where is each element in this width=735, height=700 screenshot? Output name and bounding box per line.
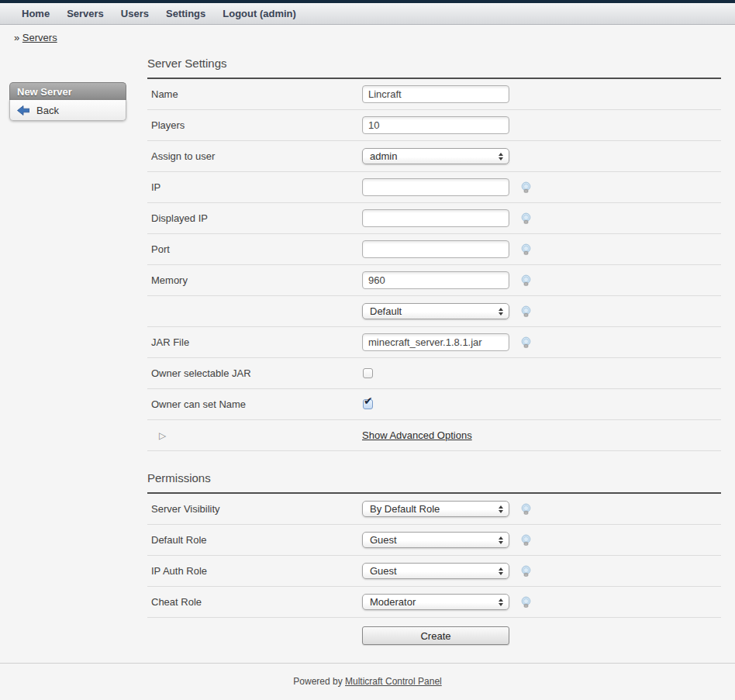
jar-file-input[interactable] — [362, 333, 509, 351]
select-value: Guest — [370, 565, 397, 577]
sidebar-back-button[interactable]: Back — [9, 100, 126, 121]
create-row: Create — [147, 618, 721, 653]
help-bulb-icon[interactable] — [520, 274, 532, 287]
help-bulb-icon[interactable] — [520, 534, 532, 547]
back-arrow-icon — [17, 105, 29, 116]
nav-item-logout[interactable]: Logout (admin) — [223, 8, 296, 19]
nav-item-home[interactable]: Home — [22, 8, 50, 19]
field-label: Cheat Role — [147, 596, 362, 608]
help-bulb-icon[interactable] — [520, 336, 532, 349]
help-bulb-icon[interactable] — [520, 565, 532, 578]
field-label: Default Role — [147, 534, 362, 546]
main-content: Server Settings Name Players Assign to u… — [147, 57, 721, 653]
default-role-row: Default Role Guest — [147, 525, 721, 556]
assign-to-user-select[interactable]: admin — [362, 148, 509, 164]
memory-default-select[interactable]: Default — [362, 303, 509, 319]
server-visibility-select[interactable]: By Default Role — [362, 501, 509, 517]
ip-auth-role-select[interactable]: Guest — [362, 563, 509, 579]
create-button[interactable]: Create — [362, 626, 509, 645]
port-row: Port — [147, 234, 721, 265]
owner-can-set-name-row: Owner can set Name ✔ — [147, 389, 721, 420]
ip-auth-role-row: IP Auth Role Guest — [147, 556, 721, 587]
select-arrows-icon — [499, 505, 503, 513]
select-value: Guest — [370, 534, 397, 546]
ip-row: IP — [147, 172, 721, 203]
field-label: Owner selectable JAR — [147, 367, 362, 379]
memory-input[interactable] — [362, 271, 509, 289]
breadcrumb-arrow: » — [14, 32, 19, 43]
cheat-role-row: Cheat Role Moderator — [147, 587, 721, 618]
permissions-heading: Permissions — [147, 471, 721, 494]
server-visibility-row: Server Visibility By Default Role — [147, 494, 721, 525]
field-label: Assign to user — [147, 150, 362, 162]
cheat-role-select[interactable]: Moderator — [362, 594, 509, 610]
default-role-select[interactable]: Guest — [362, 532, 509, 548]
page-footer: Powered by Multicraft Control Panel — [0, 663, 735, 687]
breadcrumb-servers-link[interactable]: Servers — [22, 32, 57, 43]
select-arrows-icon — [499, 308, 503, 316]
help-bulb-icon[interactable] — [520, 503, 532, 516]
field-label: Owner can set Name — [147, 398, 362, 410]
footer-text: Powered by — [293, 676, 342, 687]
select-arrows-icon — [499, 598, 503, 606]
field-label: Memory — [147, 274, 362, 286]
displayed-ip-input[interactable] — [362, 209, 509, 227]
help-bulb-icon[interactable] — [520, 305, 532, 318]
field-label: Name — [147, 88, 362, 100]
nav-item-servers[interactable]: Servers — [67, 8, 104, 19]
field-label: Port — [147, 243, 362, 255]
field-label: IP Auth Role — [147, 565, 362, 577]
select-arrows-icon — [499, 153, 503, 160]
select-arrows-icon — [499, 536, 503, 544]
help-bulb-icon[interactable] — [520, 181, 532, 194]
sidebar-back-label: Back — [36, 105, 59, 116]
advanced-options-row: ▷ Show Advanced Options — [147, 420, 721, 451]
help-bulb-icon[interactable] — [520, 243, 532, 256]
displayed-ip-row: Displayed IP — [147, 203, 721, 234]
field-label: IP — [147, 181, 362, 193]
players-row: Players — [147, 110, 721, 141]
help-bulb-icon[interactable] — [520, 212, 532, 225]
name-input[interactable] — [362, 85, 509, 103]
ip-input[interactable] — [362, 178, 509, 196]
server-settings-heading: Server Settings — [147, 57, 721, 79]
owner-selectable-jar-row: Owner selectable JAR — [147, 358, 721, 389]
show-advanced-options-link[interactable]: Show Advanced Options — [362, 429, 472, 441]
sidebar-widget: New Server Back — [9, 82, 126, 121]
checkmark-icon: ✔ — [364, 395, 373, 406]
select-value: admin — [370, 150, 397, 162]
memory-row: Memory — [147, 265, 721, 296]
nav-item-users[interactable]: Users — [121, 8, 149, 19]
port-input[interactable] — [362, 240, 509, 258]
expander-triangle-icon[interactable]: ▷ — [151, 430, 166, 441]
help-bulb-icon[interactable] — [520, 596, 532, 609]
nav-item-settings[interactable]: Settings — [166, 8, 205, 19]
main-nav: Home Servers Users Settings Logout (admi… — [0, 3, 735, 25]
players-input[interactable] — [362, 116, 509, 134]
owner-can-set-name-checkbox[interactable]: ✔ — [363, 399, 373, 409]
assign-to-user-row: Assign to user admin — [147, 141, 721, 172]
name-row: Name — [147, 79, 721, 110]
select-value: Default — [370, 305, 402, 317]
select-value: Moderator — [370, 596, 416, 608]
select-arrows-icon — [499, 567, 503, 575]
field-label: JAR File — [147, 336, 362, 348]
select-value: By Default Role — [370, 503, 440, 515]
field-label: Players — [147, 119, 362, 131]
owner-selectable-jar-checkbox[interactable] — [363, 368, 373, 378]
breadcrumb: » Servers — [14, 32, 735, 44]
field-label: Server Visibility — [147, 503, 362, 515]
sidebar-title: New Server — [9, 82, 126, 100]
memory-preset-row: Default — [147, 296, 721, 327]
field-label: Displayed IP — [147, 212, 362, 224]
jar-file-row: JAR File — [147, 327, 721, 358]
footer-multicraft-link[interactable]: Multicraft Control Panel — [345, 676, 442, 687]
